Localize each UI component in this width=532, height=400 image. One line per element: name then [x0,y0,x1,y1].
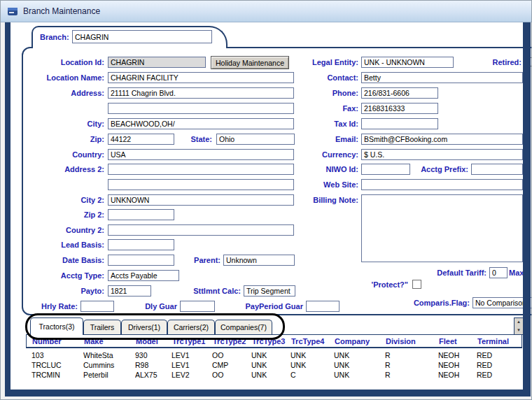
location-id-field[interactable] [108,57,206,68]
email-field[interactable] [361,134,523,145]
date-basis-field[interactable] [108,255,174,266]
address2-field-line2[interactable] [108,179,294,190]
tax-id-field[interactable] [361,118,438,129]
column-header-fleet[interactable]: Fleet [439,337,477,345]
location-id-label: Location Id: [22,57,104,68]
table-row[interactable]: TRCLUC Cummins R98 LEV1 CMP UNK UNK UNK … [26,360,522,370]
retired-label: Retired: [482,57,522,68]
acctg-prefix-label: Acctg Prefix: [409,164,468,175]
table-row[interactable]: TRCMIN Peterbil ALX75 LEV2 OO UNK C UNK … [26,370,522,380]
phone-field[interactable] [361,87,438,99]
cell-trctype1: LEV1 [172,351,212,359]
branch-maintenance-window: Branch Maintenance Branch: Location Id: … [0,0,532,400]
default-tariff-label: Default Tariff: [419,267,486,278]
cell-make: Cummins [83,361,135,369]
hrly-rate-field[interactable] [80,301,114,312]
cell-terminal: RED [477,361,519,369]
legal-entity-field[interactable] [361,57,454,68]
column-header-terminal[interactable]: Terminal [477,337,519,345]
branch-input[interactable] [72,30,212,43]
grid-scrollbar-buttons[interactable]: ▲ ▼ [514,317,524,335]
tab-tractors[interactable]: Tractors(3) [30,317,83,335]
address-field-line2[interactable] [108,103,294,114]
cell-trctype3: UNK [251,361,290,369]
contact-field[interactable] [361,72,523,83]
hrly-rate-label: Hrly Rate: [15,301,78,312]
niwo-id-field[interactable] [361,164,410,175]
sttlmnt-calc-label: Sttlmnt Calc: [176,285,241,297]
date-basis-label: Date Basis: [22,255,104,266]
country2-field[interactable] [108,224,294,236]
web-site-label: Web Site: [289,179,358,190]
state-label: State: [169,134,212,145]
cell-division: R [385,371,438,379]
state-field[interactable] [216,134,295,145]
column-header-make[interactable]: Make [84,337,136,345]
location-name-field[interactable] [108,72,294,83]
currency-label: Currency: [289,149,358,160]
column-header-trctype1[interactable]: TrcType1 [172,337,213,345]
cell-model: 930 [135,351,172,359]
table-row[interactable]: 103 WhiteSta 930 LEV1 OO UNK UNK UNK R N… [26,350,522,360]
holiday-maintenance-button[interactable]: Holiday Maintenance [211,56,289,69]
address2-field[interactable] [108,164,294,175]
grid-header-row: Number Make Model TrcType1 TrcType2 TrcT… [26,335,522,348]
acctg-type-field[interactable] [108,270,179,281]
cell-number: TRCLUC [31,361,83,369]
dly-guar-field[interactable] [180,301,215,312]
address-field[interactable] [108,87,294,99]
city-field[interactable] [108,118,294,129]
column-header-model[interactable]: Model [136,337,172,345]
city2-field[interactable] [108,194,294,206]
cell-number: 103 [31,351,83,359]
sttlmnt-calc-field[interactable] [244,285,295,297]
cell-fleet: NEOH [438,371,477,379]
tab-companies[interactable]: Companies(7) [215,320,272,334]
payto-field[interactable] [108,285,151,297]
column-header-trctype4[interactable]: TrcType4 [291,337,335,345]
billing-note-field[interactable] [361,194,523,262]
column-header-number[interactable]: Number [32,337,84,345]
web-site-field[interactable] [361,179,523,190]
column-header-company[interactable]: Company [335,337,386,345]
currency-field[interactable] [361,149,523,160]
parent-field[interactable] [223,255,295,266]
window-titlebar[interactable]: Branch Maintenance [1,1,531,22]
zip-field[interactable] [108,134,174,145]
acctg-prefix-field[interactable] [471,164,523,175]
billing-note-label: Billing Note: [289,194,358,206]
fax-field[interactable] [361,103,438,114]
window-frame-right [523,22,531,397]
cell-fleet: NEOH [438,361,477,369]
phone-label: Phone: [289,87,358,99]
city-label: City: [22,118,104,129]
window-frame-bottom [5,390,531,397]
lead-basis-field[interactable] [108,239,174,250]
scroll-down-icon[interactable]: ▼ [514,327,523,335]
zip2-field[interactable] [108,209,174,220]
cell-trctype1: LEV2 [172,371,212,379]
cell-fleet: NEOH [438,351,477,359]
column-header-trctype3[interactable]: TrcType3 [252,337,291,345]
cell-terminal: RED [477,351,519,359]
protect-checkbox[interactable] [412,280,421,289]
scroll-up-icon[interactable]: ▲ [514,318,523,327]
payperiod-guar-field[interactable] [306,301,340,312]
cell-trctype4: C [290,371,334,379]
column-header-trctype2[interactable]: TrcType2 [213,337,252,345]
parent-label: Parent: [177,255,220,266]
cell-company: UNK [334,361,385,369]
country-field[interactable] [108,149,294,160]
comparis-flag-label: Comparis.Flag: [402,297,470,308]
cell-make: Peterbil [83,371,135,379]
tab-carriers[interactable]: Carriers(2) [167,320,215,334]
cell-company: UNK [334,351,385,359]
cell-model: ALX75 [135,371,172,379]
cell-trctype3: UNK [251,371,290,379]
tab-drivers[interactable]: Drivers(1) [121,320,167,334]
dly-guar-label: Dly Guar [127,301,177,312]
address-label: Address: [22,87,104,99]
column-header-division[interactable]: Division [386,337,439,345]
tab-trailers[interactable]: Trailers [83,320,121,334]
default-tariff-field[interactable] [489,267,507,278]
